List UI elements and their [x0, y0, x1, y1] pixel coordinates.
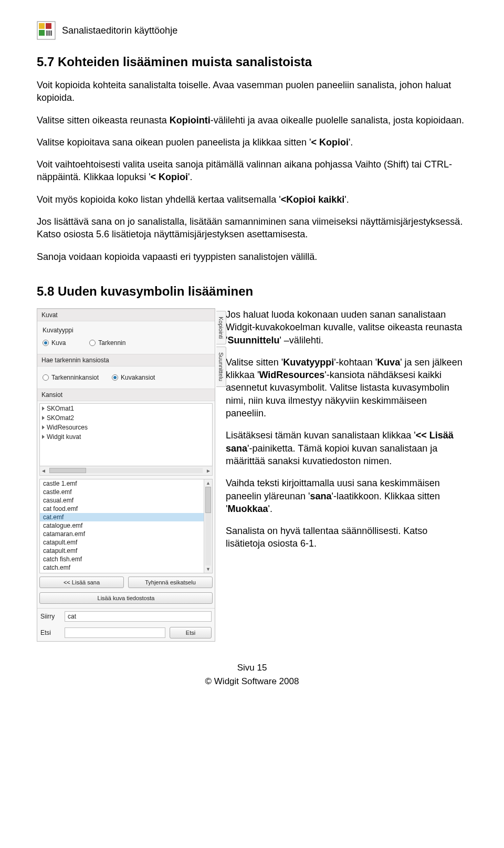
- scroll-right-icon[interactable]: ►: [206, 468, 211, 474]
- kuvat-section-title: Kuvat: [37, 309, 215, 321]
- file-item[interactable]: catamaran.emf: [40, 530, 212, 538]
- s57-p4: Voit vaihtoehtoisesti valita useita sano…: [37, 158, 467, 184]
- siirry-row: Siirry cat: [37, 609, 215, 624]
- file-item[interactable]: catch fish.emf: [40, 555, 212, 563]
- s58-p2: Valitse sitten 'Kuvatyyppi'-kohtaan 'Kuv…: [226, 356, 467, 420]
- file-item[interactable]: castle.emf: [40, 488, 212, 496]
- tab-suunnittelu[interactable]: Suunnittelu: [216, 347, 226, 387]
- file-item[interactable]: catapult.emf: [40, 538, 212, 547]
- kansiot-section-title: Kansiot: [37, 389, 215, 401]
- svg-rect-4: [46, 30, 48, 36]
- vscrollbar[interactable]: ▲ ▼: [204, 479, 212, 573]
- doc-header-title: Sanalistaeditorin käyttöohje: [62, 25, 177, 36]
- etsi-label: Etsi: [40, 629, 60, 636]
- hae-section-title: Hae tarkennin kansiosta: [37, 354, 215, 367]
- add-image-from-file-button[interactable]: Lisää kuva tiedostosta: [39, 592, 213, 604]
- expand-icon: [42, 416, 45, 420]
- add-word-button[interactable]: << Lisää sana: [39, 577, 124, 588]
- svg-rect-5: [48, 30, 50, 36]
- expand-icon: [42, 406, 45, 411]
- radio-dot-icon: [89, 340, 96, 346]
- expand-icon: [42, 425, 45, 430]
- folder-item[interactable]: SKOmat2: [40, 413, 212, 423]
- file-item[interactable]: castle 1.emf: [40, 479, 212, 488]
- svg-rect-6: [50, 30, 52, 36]
- radio-kuva[interactable]: Kuva: [43, 339, 66, 347]
- app-icon: [37, 21, 56, 40]
- file-item[interactable]: catch.emf: [40, 563, 212, 572]
- section-58-body: Kopiointi Suunnittelu Kuvat Kuvatyyppi K…: [37, 308, 467, 642]
- siirry-input[interactable]: cat: [65, 611, 212, 622]
- radio-dot-icon: [43, 340, 49, 346]
- radio-kuvakansiot[interactable]: Kuvakansiot: [112, 374, 155, 381]
- file-item[interactable]: cat food.emf: [40, 505, 212, 513]
- hae-radios: Tarkenninkansiot Kuvakansiot: [41, 371, 211, 384]
- section-58-heading: 5.8 Uuden kuvasymbolin lisääminen: [37, 284, 467, 299]
- etsi-input[interactable]: [65, 627, 165, 638]
- file-item[interactable]: cat.emf: [40, 513, 212, 521]
- copyright: © Widgit Software 2008: [37, 676, 467, 687]
- file-item[interactable]: catapult.emf: [40, 547, 212, 555]
- clear-preview-button[interactable]: Tyhjennä esikatselu: [128, 577, 213, 588]
- scroll-thumb[interactable]: [205, 487, 211, 513]
- expand-icon: [42, 435, 45, 439]
- folder-item[interactable]: WidResources: [40, 423, 212, 432]
- page-number: Sivu 15: [37, 663, 467, 673]
- file-list[interactable]: castle 1.emfcastle.emfcasual.emfcat food…: [39, 479, 213, 573]
- s57-p2: Valitse sitten oikeasta reunasta Kopioin…: [37, 114, 467, 127]
- svg-rect-1: [39, 23, 45, 29]
- scroll-up-icon[interactable]: ▲: [204, 479, 212, 487]
- s57-p5: Voit myös kopioida koko listan yhdellä k…: [37, 193, 467, 206]
- radio-tarkennin[interactable]: Tarkennin: [89, 339, 125, 347]
- radio-dot-icon: [43, 374, 49, 381]
- folder-item[interactable]: Widgit kuvat: [40, 432, 212, 442]
- siirry-label: Siirry: [40, 613, 60, 620]
- tab-kopiointi[interactable]: Kopiointi: [216, 311, 226, 344]
- scroll-left-icon[interactable]: ◄: [41, 468, 46, 474]
- scroll-thumb[interactable]: [49, 468, 86, 473]
- svg-rect-2: [46, 23, 51, 29]
- file-item[interactable]: casual.emf: [40, 496, 212, 505]
- s57-p6: Jos lisättävä sana on jo sanalistalla, l…: [37, 215, 467, 241]
- kuvatyyppi-radios: Kuva Tarkennin: [41, 336, 211, 350]
- s57-p7: Sanoja voidaan kopioida vapaasti eri tyy…: [37, 250, 467, 263]
- s58-p3: Lisätäksesi tämän kuvan sanalistaan klik…: [226, 429, 467, 467]
- folder-item[interactable]: SKOmat1: [40, 404, 212, 413]
- design-panel: Kopiointi Suunnittelu Kuvat Kuvatyyppi K…: [37, 308, 215, 642]
- s58-p5: Sanalista on hyvä tallentaa säännöllises…: [226, 525, 467, 550]
- s57-p3: Valitse kopioitava sana oikean puolen pa…: [37, 136, 467, 149]
- etsi-row: Etsi Etsi: [37, 624, 215, 641]
- s58-p1: Jos haluat luoda kokonaan uuden sanan sa…: [226, 308, 467, 347]
- svg-rect-3: [39, 30, 45, 36]
- section-57-heading: 5.7 Kohteiden lisääminen muista sanalist…: [37, 55, 467, 69]
- radio-dot-icon: [112, 374, 118, 381]
- s58-p4: Vaihda teksti kirjoittamalla uusi sana k…: [226, 477, 467, 515]
- radio-tarkenninkansiot[interactable]: Tarkenninkansiot: [43, 374, 99, 381]
- kuvatyyppi-label: Kuvatyyppi: [41, 326, 211, 336]
- scroll-down-icon[interactable]: ▼: [204, 566, 212, 573]
- s57-p1: Voit kopioida kohteita sanalistalta tois…: [37, 79, 467, 104]
- doc-header: Sanalistaeditorin käyttöohje: [37, 21, 467, 40]
- hscrollbar[interactable]: ◄ ►: [39, 466, 213, 476]
- footer: Sivu 15 © Widgit Software 2008: [37, 663, 467, 687]
- page: Sanalistaeditorin käyttöohje 5.7 Kohteid…: [0, 0, 504, 703]
- folder-list[interactable]: SKOmat1SKOmat2WidResourcesWidgit kuvat: [39, 403, 213, 466]
- panel-button-row: << Lisää sana Tyhjennä esikatselu: [37, 573, 215, 591]
- section-58-text: Jos haluat luoda kokonaan uuden sanan sa…: [226, 308, 467, 560]
- etsi-button[interactable]: Etsi: [170, 627, 212, 638]
- vertical-tabs: Kopiointi Suunnittelu: [216, 311, 226, 387]
- file-item[interactable]: catalogue.emf: [40, 521, 212, 530]
